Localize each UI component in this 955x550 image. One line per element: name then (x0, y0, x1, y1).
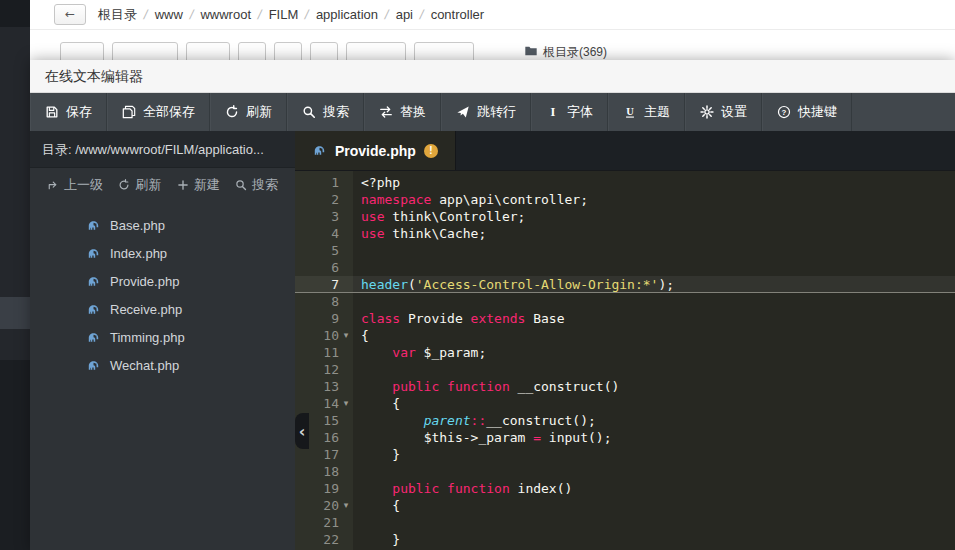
replace-button[interactable]: 替换 (364, 93, 441, 131)
line-number: 4 (295, 225, 339, 242)
file-item[interactable]: Base.php (30, 211, 295, 239)
search-icon (235, 179, 247, 191)
code-token: :: (471, 413, 487, 428)
file-list: Base.phpIndex.phpProvide.phpReceive.phpT… (30, 201, 295, 550)
code-token: __construct(); (486, 413, 596, 428)
gutter-cell: 4 (295, 225, 353, 242)
fold-spacer (339, 480, 353, 497)
toolbar-button[interactable] (60, 42, 104, 60)
code-token: <?php (361, 175, 400, 190)
collapse-panel-button[interactable]: ‹ (295, 413, 309, 449)
refresh-icon (118, 179, 130, 191)
code-row: 11 var $_param; (295, 344, 955, 361)
code-line: { (353, 327, 955, 344)
code-line (353, 242, 955, 259)
code-row: 1<?php (295, 174, 955, 191)
breadcrumb-item[interactable]: FILM (267, 7, 301, 22)
file-item[interactable]: Receive.php (30, 295, 295, 323)
search-files-button-label: 搜索 (252, 176, 278, 194)
back-button[interactable]: ← (54, 4, 86, 25)
goto-line-button[interactable]: 跳转行 (441, 93, 531, 131)
toolbar-button[interactable] (274, 42, 302, 60)
save-all-button[interactable]: 全部保存 (107, 93, 210, 131)
tab-provide-php[interactable]: Provide.php ! (295, 131, 456, 170)
code-token (439, 481, 447, 496)
breadcrumb-item[interactable]: controller (429, 7, 486, 22)
fold-toggle-icon[interactable]: ▾ (339, 327, 353, 344)
line-number: 21 (295, 514, 339, 531)
new-file-button-label: 新建 (194, 176, 220, 194)
fold-spacer (339, 208, 353, 225)
app-sidebar-header (0, 0, 30, 27)
file-item[interactable]: Wechat.php (30, 351, 295, 379)
code-token: app\api\controller; (431, 192, 588, 207)
svg-text:?: ? (782, 108, 787, 117)
code-token: { (361, 498, 400, 513)
fold-spacer (339, 531, 353, 548)
code-token: public (392, 481, 439, 496)
toolbar-button[interactable] (414, 42, 474, 60)
tab-label: Provide.php (335, 143, 416, 159)
line-number: 1 (295, 174, 339, 191)
file-item[interactable]: Index.php (30, 239, 295, 267)
code-editor[interactable]: 1<?php2namespace app\api\controller;3use… (295, 171, 955, 550)
code-token: extends (471, 311, 526, 326)
file-item[interactable]: Timming.php (30, 323, 295, 351)
theme-button[interactable]: U主题 (608, 93, 685, 131)
fold-spacer (339, 259, 353, 276)
breadcrumb-item[interactable]: wwwroot (198, 7, 253, 22)
breadcrumb-separator: / (256, 7, 263, 22)
toolbar-button[interactable] (112, 42, 178, 60)
save-button[interactable]: 保存 (30, 93, 107, 131)
hotkeys-button[interactable]: ?快捷键 (762, 93, 852, 131)
hotkey-icon: ? (777, 105, 791, 119)
code-token: } (361, 532, 400, 547)
fold-toggle-icon[interactable]: ▾ (339, 395, 353, 412)
php-icon (86, 247, 101, 260)
gutter-cell: 8 (295, 293, 353, 310)
code-token: think\Controller; (384, 209, 525, 224)
refresh-button[interactable]: 刷新 (210, 93, 287, 131)
editor-area: Provide.php ! 1<?php2namespace app\api\c… (295, 131, 955, 550)
breadcrumb-item[interactable]: application (314, 7, 380, 22)
app-sidebar[interactable] (0, 0, 30, 550)
refresh-files-button[interactable]: 刷新 (118, 176, 161, 194)
breadcrumb-item[interactable]: www (153, 7, 185, 22)
code-line: namespace app\api\controller; (353, 191, 955, 208)
settings-button[interactable]: 设置 (685, 93, 762, 131)
code-line: { (353, 395, 955, 412)
font-button[interactable]: I字体 (531, 93, 608, 131)
line-number: 11 (295, 344, 339, 361)
code-token: { (361, 396, 400, 411)
toolbar-button[interactable] (310, 42, 338, 60)
file-actions: 上一级刷新新建搜索 (30, 168, 295, 201)
up-level-button[interactable]: 上一级 (47, 176, 103, 194)
fold-toggle-icon[interactable]: ▾ (339, 497, 353, 514)
gutter-cell: 12 (295, 361, 353, 378)
app-sidebar-active-item[interactable] (0, 297, 30, 329)
code-line: var $_param; (353, 344, 955, 361)
search-files-button[interactable]: 搜索 (235, 176, 278, 194)
fold-spacer (339, 242, 353, 259)
code-row: 13 public function __construct() (295, 378, 955, 395)
breadcrumb-item[interactable]: 根目录 (96, 6, 139, 24)
new-file-button[interactable]: 新建 (177, 176, 220, 194)
search-button[interactable]: 搜索 (287, 93, 364, 131)
code-line (353, 463, 955, 480)
code-row: 18 (295, 463, 955, 480)
code-row: 7header('Access-Control-Allow-Origin:*')… (295, 276, 955, 293)
gutter-cell: 18 (295, 463, 353, 480)
theme-icon: U (623, 105, 637, 119)
toolbar-button[interactable] (238, 42, 266, 60)
code-token: index() (510, 481, 573, 496)
fold-spacer (339, 378, 353, 395)
toolbar-button[interactable] (186, 42, 230, 60)
settings-icon (700, 105, 714, 119)
php-icon (86, 359, 101, 372)
code-token (361, 481, 392, 496)
file-item[interactable]: Provide.php (30, 267, 295, 295)
breadcrumb-separator: / (418, 7, 425, 22)
breadcrumb-item[interactable]: api (394, 7, 415, 22)
toolbar-button[interactable] (346, 42, 406, 60)
code-row: 3use think\Controller; (295, 208, 955, 225)
